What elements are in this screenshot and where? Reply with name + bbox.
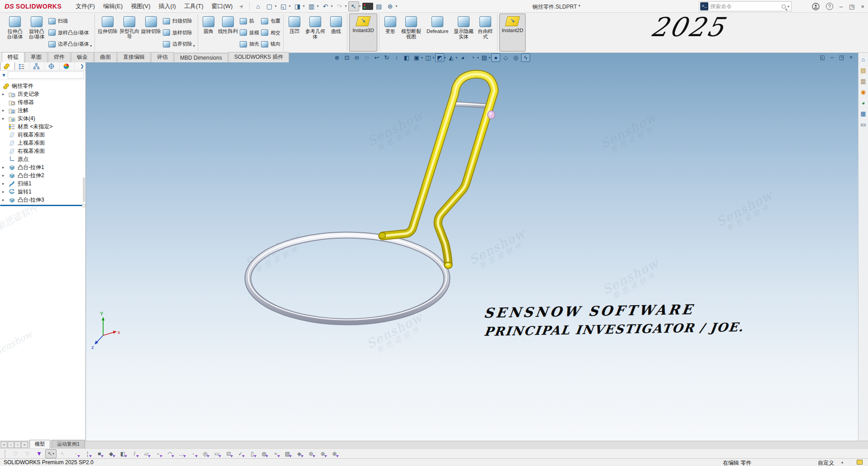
tree-item[interactable]: ▸ 前视基准面 [0,131,85,139]
instant3d-button[interactable]: Instant3D [349,14,377,52]
rotate-view[interactable]: ↻ [382,53,391,62]
freeform-button[interactable]: 自由样式 [475,14,495,52]
command-tab[interactable]: 曲面 [94,52,117,62]
swept-boss-button[interactable]: 扫描 [48,15,89,27]
lofted-boss-button[interactable]: 放样凸台/基体 [48,27,89,38]
restore-viewport-button[interactable]: ◳ [839,54,844,61]
filter-axes[interactable]: / ▾ [129,449,140,458]
toggle-selection-filters[interactable]: ▼ ▾ [33,449,45,458]
tree-item[interactable]: ▸ 历史记录 [0,90,85,98]
help-icon[interactable]: ? [826,3,833,10]
tab-scroll-button[interactable]: ‹ [8,442,14,448]
filter-weld-symbols[interactable]: ≈ ▾ [270,449,281,458]
tree-item[interactable]: ▸ 上视基准面 [0,139,85,147]
draft-button[interactable]: 拔模 [240,27,259,38]
tag-icon[interactable] [857,460,863,465]
wrap-button[interactable]: 包覆 [261,15,280,27]
filter-connection-points[interactable]: ⊕ ▾ [317,449,328,458]
curves-button[interactable]: 曲线 [327,14,345,52]
search-commands-box[interactable]: >_ 搜索命令 ▾ [699,1,792,11]
expand-arrow-icon[interactable]: ▸ [2,92,8,96]
flyout-pane-arrow-icon[interactable]: ❯ [79,62,85,70]
tree-root-part[interactable]: 钢丝零件 [0,82,85,90]
appearances-scenes-tab[interactable]: ◕ [862,100,865,106]
minimize-button[interactable]: – [840,3,843,10]
shadows[interactable]: ◇ [501,53,510,62]
menu-item[interactable]: 编辑(E) [99,0,127,12]
panel-scrollbar-thumb[interactable] [83,177,85,202]
dropdown-arrow-icon[interactable]: ▾ [345,4,347,8]
tree-item[interactable]: ▸ 传感器 [0,98,85,106]
dropdown-arrow-icon[interactable]: ▾ [477,56,479,60]
expand-arrow-icon[interactable]: ▸ [2,173,8,178]
tab-scroll-button[interactable]: » [21,442,28,448]
close-button[interactable]: × [861,3,864,10]
expand-arrow-icon[interactable]: ▸ [2,116,8,121]
revolved-cut-button[interactable]: 旋转切除 [140,14,162,52]
extruded-boss-button[interactable]: 拉伸凸台/基体 [4,14,26,52]
filter-surface-bodies[interactable]: ◆ ▾ [105,449,117,458]
normal-to[interactable]: ↑ [392,53,401,62]
dynamic-annotation-views[interactable]: ▣ [412,53,421,62]
expand-status-icon[interactable]: ▴ [841,460,843,464]
instant2d-button[interactable]: Instant2D [499,14,526,52]
expand-arrow-icon[interactable]: ▸ [2,189,8,194]
filter-center-marks[interactable]: ◎ ▾ [199,449,211,458]
menu-item[interactable]: 工具(T) [180,0,208,12]
dropdown-arrow-icon[interactable]: ▾ [433,56,435,60]
view-palette-tab[interactable]: ◉ [861,89,866,95]
command-tab[interactable]: 焊件 [48,52,71,62]
filter-faces[interactable]: ■ ▾ [94,449,105,458]
filter-blocks[interactable]: ◈ ▾ [294,449,305,458]
filter-notes[interactable]: ▯ ▾ [247,449,258,458]
dropdown-arrow-icon[interactable]: ▾ [359,4,361,8]
zoom-in-out[interactable]: ⊖ [352,53,361,62]
display-manager-tab[interactable] [60,62,75,70]
menu-item[interactable]: 文件(F) [71,0,99,12]
filter-hatches[interactable]: ▨ ▾ [282,449,293,458]
filter-routing-points[interactable]: ⊗ ▾ [329,449,340,458]
model-break-view-button[interactable]: 模型断裂视图 [399,14,423,52]
search-dropdown-icon[interactable]: ▾ [787,5,789,9]
featuremanager-design-tree-tab[interactable] [0,62,15,70]
expand-arrow-icon[interactable]: ▸ [2,108,8,113]
settings-gear-button[interactable]: ⊛ [385,1,396,11]
expand-arrow-icon[interactable]: ▸ [2,181,8,186]
cut-stack-dropdown-icon[interactable]: ▾ [193,44,196,52]
intersect-button[interactable]: 相交 [261,27,280,38]
options-list-button[interactable]: ▤ [374,1,384,11]
flex-button[interactable]: 变形 [381,14,399,52]
tree-item[interactable]: ▸ 原点 [0,155,85,163]
menu-item[interactable]: 视图(V) [127,0,154,12]
selection-filter-funnel[interactable]: ▽ ▾ [10,449,21,458]
tree-item[interactable]: ▸ 扫描1 [0,179,85,188]
filter-funnel-icon[interactable]: ▼ [1,72,6,78]
command-tab[interactable]: 评估 [151,52,174,62]
custom-properties-tab[interactable]: ▦ [860,111,866,117]
section-view[interactable]: ◧ [402,53,411,62]
reference-geometry-button[interactable]: 参考几何体 [304,14,327,52]
feature-tree-filter-input[interactable] [8,71,84,79]
panel-splitter-handle[interactable] [82,204,85,207]
pin-menu-icon[interactable]: ➤ [238,2,246,10]
boundary-boss-button[interactable]: 边界凸台/基体 [48,38,89,50]
view-settings[interactable]: ▤ [480,53,489,62]
filter-centerlines[interactable]: ▭ ▾ [211,449,223,458]
rib-button[interactable]: 筋 [240,15,259,27]
close-viewport-button[interactable]: × [849,54,853,61]
dropdown-arrow-icon[interactable]: ▾ [275,4,276,8]
user-account-icon[interactable] [812,3,820,10]
tree-item[interactable]: ▸ 凸台-拉伸1 [0,163,85,171]
tab-scroll-button[interactable]: « [1,442,7,448]
dropdown-arrow-icon[interactable]: ▾ [444,56,446,60]
filter-sketch-points[interactable]: ▫ ▾ [152,449,164,458]
expand-arrow-icon[interactable]: ▸ [2,165,8,169]
show-hide-bodies-button[interactable]: 显示隐藏实体 [452,14,475,52]
new-document-button[interactable]: ▢ [264,1,275,11]
dropdown-arrow-icon[interactable]: ▾ [331,4,333,8]
edit-appearance[interactable]: ◕ [458,53,467,62]
tree-item[interactable]: ▸ 右视基准面 [0,147,85,155]
lofted-cut-button[interactable]: 放样切除 [163,27,192,38]
indent-button[interactable]: 压凹 [285,14,304,52]
file-explorer-tab[interactable]: ▥ [860,78,866,85]
